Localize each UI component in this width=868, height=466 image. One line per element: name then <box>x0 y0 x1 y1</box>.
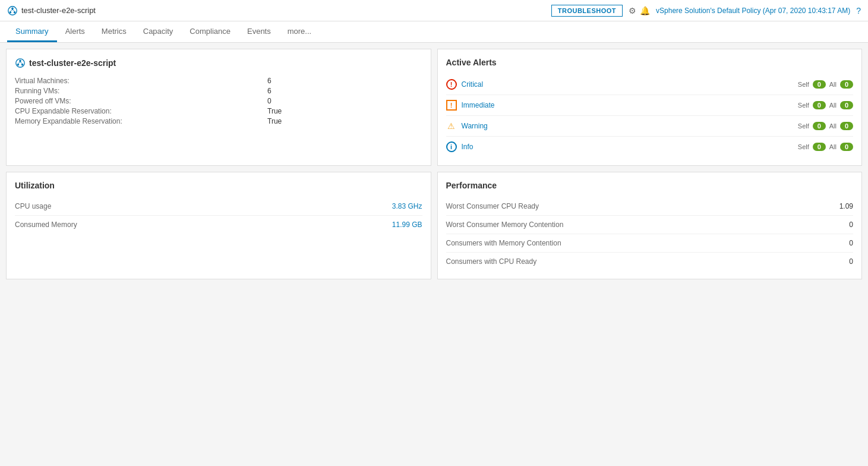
cpu-usage-value: 3.83 GHz <box>392 202 422 210</box>
critical-self-count: 0 <box>813 80 826 89</box>
alert-row-immediate: ! Immediate Self 0 All 0 <box>446 95 854 116</box>
warning-all-label: All <box>829 122 837 130</box>
perf-cpu-ready-label: Worst Consumer CPU Ready <box>446 202 539 210</box>
vms-value: 6 <box>267 77 422 85</box>
alerts-title: Active Alerts <box>446 58 854 67</box>
critical-counts: Self 0 All 0 <box>798 80 853 89</box>
troubleshoot-button[interactable]: TROUBLESHOOT <box>551 5 623 17</box>
cpu-usage-label: CPU usage <box>15 202 51 210</box>
cpu-expand-value: True <box>267 107 422 115</box>
cluster-info-card: test-cluster-e2e-script Virtual Machines… <box>6 49 431 166</box>
memory-value: 11.99 GB <box>392 221 422 229</box>
perf-consumers-cpu-label: Consumers with CPU Ready <box>446 257 537 266</box>
immediate-all-count: 0 <box>840 101 853 109</box>
warning-self-label: Self <box>798 122 809 130</box>
active-alerts-card: Active Alerts ! Critical Self 0 All 0 ! … <box>437 49 863 166</box>
tab-compliance[interactable]: Compliance <box>181 22 239 42</box>
immediate-label[interactable]: Immediate <box>462 101 798 109</box>
header-right: TROUBLESHOOT ⚙ 🔔 vSphere Solution's Defa… <box>551 5 861 17</box>
policy-label: vSphere Solution's Default Policy (Apr 0… <box>656 7 850 15</box>
info-label[interactable]: Info <box>462 143 798 151</box>
header: test-cluster-e2e-script TROUBLESHOOT ⚙ 🔔… <box>0 0 868 21</box>
svg-point-2 <box>10 11 12 13</box>
cluster-name-text: test-cluster-e2e-script <box>29 58 116 68</box>
alert-row-warning: ⚠ Warning Self 0 All 0 <box>446 116 854 137</box>
help-icon[interactable]: ? <box>856 6 861 15</box>
perf-cpu-ready-row: Worst Consumer CPU Ready 1.09 <box>446 197 854 216</box>
immediate-self-label: Self <box>798 102 809 109</box>
vms-label: Virtual Machines: <box>15 77 267 85</box>
running-label: Running VMs: <box>15 87 267 95</box>
perf-mem-contention-value: 0 <box>849 221 853 229</box>
info-self-label: Self <box>798 143 809 150</box>
info-counts: Self 0 All 0 <box>798 143 853 151</box>
performance-card: Performance Worst Consumer CPU Ready 1.0… <box>437 172 863 279</box>
cpu-usage-row: CPU usage 3.83 GHz <box>15 197 422 216</box>
utilization-title: Utilization <box>15 181 422 190</box>
svg-point-1 <box>11 7 14 10</box>
perf-consumers-cpu-value: 0 <box>849 257 853 266</box>
alert-row-info: i Info Self 0 All 0 <box>446 137 854 157</box>
mem-expand-label: Memory Expandable Reservation: <box>15 117 267 125</box>
svg-point-7 <box>19 60 21 62</box>
tab-capacity[interactable]: Capacity <box>135 22 182 42</box>
powered-off-value: 0 <box>267 97 422 105</box>
memory-row: Consumed Memory 11.99 GB <box>15 216 422 234</box>
info-all-count: 0 <box>840 143 853 151</box>
powered-off-label: Powered off VMs: <box>15 97 267 105</box>
perf-mem-contention-row: Worst Consumer Memory Contention 0 <box>446 216 854 234</box>
critical-label[interactable]: Critical <box>462 80 798 89</box>
perf-cpu-ready-value: 1.09 <box>839 202 853 210</box>
warning-icon: ⚠ <box>446 121 457 131</box>
info-all-label: All <box>829 143 837 150</box>
performance-title: Performance <box>446 181 854 190</box>
cpu-expand-label: CPU Expandable Reservation: <box>15 107 267 115</box>
nav-tabs: Summary Alerts Metrics Capacity Complian… <box>0 21 868 43</box>
cluster-info-table: Virtual Machines: 6 Running VMs: 6 Power… <box>15 77 422 125</box>
info-self-count: 0 <box>813 143 826 151</box>
svg-line-10 <box>18 62 20 64</box>
perf-consumers-cpu-row: Consumers with CPU Ready 0 <box>446 253 854 270</box>
utilization-card: Utilization CPU usage 3.83 GHz Consumed … <box>6 172 431 279</box>
perf-consumers-mem-value: 0 <box>849 239 853 247</box>
cluster-icon <box>7 5 18 16</box>
warning-all-count: 0 <box>840 122 853 130</box>
main-content: test-cluster-e2e-script Virtual Machines… <box>0 43 868 285</box>
critical-all-count: 0 <box>840 80 853 89</box>
info-icon: i <box>446 141 457 152</box>
immediate-counts: Self 0 All 0 <box>798 101 853 109</box>
tab-more[interactable]: more... <box>279 22 320 42</box>
memory-label: Consumed Memory <box>15 221 77 229</box>
critical-all-label: All <box>829 81 837 88</box>
perf-consumers-mem-row: Consumers with Memory Contention 0 <box>446 234 854 253</box>
running-value: 6 <box>267 87 422 95</box>
header-icons: ⚙ 🔔 <box>629 6 650 15</box>
cluster-name: test-cluster-e2e-script <box>15 58 422 68</box>
critical-self-label: Self <box>798 81 809 88</box>
tab-alerts[interactable]: Alerts <box>57 22 93 42</box>
header-left: test-cluster-e2e-script <box>7 5 96 16</box>
critical-icon: ! <box>446 79 457 90</box>
mem-expand-value: True <box>267 117 422 125</box>
notifications-icon[interactable]: 🔔 <box>640 6 650 15</box>
immediate-all-label: All <box>829 102 837 109</box>
warning-label[interactable]: Warning <box>462 122 798 130</box>
header-title: test-cluster-e2e-script <box>21 6 96 15</box>
alert-row-critical: ! Critical Self 0 All 0 <box>446 74 854 95</box>
svg-line-4 <box>10 10 12 11</box>
perf-consumers-mem-label: Consumers with Memory Contention <box>446 239 561 247</box>
warning-counts: Self 0 All 0 <box>798 122 853 130</box>
svg-point-9 <box>21 64 24 66</box>
tab-events[interactable]: Events <box>239 22 279 42</box>
warning-self-count: 0 <box>813 122 826 130</box>
settings-icon[interactable]: ⚙ <box>629 6 636 15</box>
tab-summary[interactable]: Summary <box>7 22 57 42</box>
immediate-icon: ! <box>446 100 457 111</box>
svg-point-8 <box>17 64 20 66</box>
svg-point-3 <box>14 11 16 13</box>
tab-metrics[interactable]: Metrics <box>93 22 135 42</box>
cluster-name-icon <box>15 58 26 68</box>
svg-line-5 <box>12 10 15 11</box>
perf-mem-contention-label: Worst Consumer Memory Contention <box>446 221 564 229</box>
svg-line-11 <box>20 62 23 64</box>
